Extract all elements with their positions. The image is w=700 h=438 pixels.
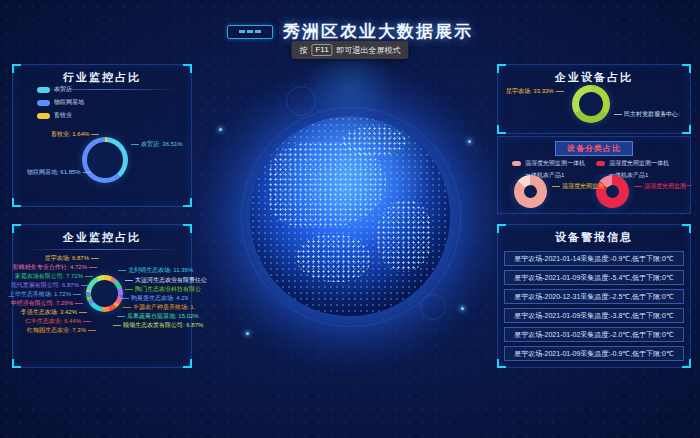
enterprise-callout: 北列锦生态农场: 11.36% (118, 266, 193, 274)
donut-hole (579, 92, 603, 116)
classification-right-donut[interactable] (596, 175, 629, 208)
alarm-row: 星宇农场-2021-01-14采集温度:-0.9℃,低于下限:0℃ (504, 251, 684, 266)
legend-item[interactable]: 农贸店 (37, 85, 84, 94)
legend-swatch (596, 161, 605, 166)
toast-prefix: 按 (299, 45, 307, 56)
enterprise-donut-chart[interactable] (86, 275, 123, 312)
globe (250, 116, 450, 316)
alarm-row: 星宇农场-2021-01-09采集温度:-0.9℃,低于下限:0℃ (504, 346, 684, 361)
panel-alarms-title: 设备警报信息 (498, 230, 690, 245)
equipment-callout: 民主村党群服务中心: (614, 110, 680, 118)
enterprise-callout: 家庭农场有限公司: 7.72% (15, 272, 93, 280)
legend-label: 畜牧业 (54, 111, 72, 120)
industry-legend: 农贸店 物联网基地 畜牧业 (37, 85, 84, 120)
legend-swatch (37, 100, 50, 106)
decor-circle (286, 86, 316, 116)
legend-label: 温湿度光照监测一体机 (525, 159, 585, 168)
f11-key: F11 (311, 44, 332, 56)
alarm-row: 星宇农场-2020-12-31采集温度:-2.5℃,低于下限:0℃ (504, 289, 684, 304)
legend-item[interactable]: 温湿度光照监测一体机 (512, 159, 585, 168)
enterprise-callout: 现代发展有限公司: 6.87% (11, 281, 89, 289)
industry-callout: 畜牧业: 1.64% (51, 130, 99, 138)
toast-suffix: 即可退出全屏模式 (337, 45, 401, 56)
industry-callout: 农贸店: 36.51% (131, 140, 183, 148)
equipment-donut-chart[interactable] (572, 85, 610, 123)
enterprise-callout: 顾颂生态农发有限公司: 6.87% (113, 321, 203, 329)
enterprise-callout: 仁丰生态农业: 6.44% (25, 317, 91, 325)
alarm-row: 星宇农场-2021-01-09采集温度:-5.4℃,低于下限:0℃ (504, 270, 684, 285)
donut-hole (524, 185, 537, 198)
legend-swatch (37, 87, 50, 93)
legend-label: 温湿度光照监测一体机 (609, 159, 669, 168)
alarm-list: 星宇农场-2021-01-14采集温度:-0.9℃,低于下限:0℃ 星宇农场-2… (498, 247, 690, 361)
enterprise-callout: 李强生态农场: 3.42% (21, 308, 87, 316)
legend-item[interactable]: 物联网基地 (37, 98, 84, 107)
panel-classification-title: 设备分类占比 (555, 141, 633, 156)
legend-label: 物联网基地 (54, 98, 84, 107)
donut-hole (91, 280, 118, 307)
enterprise-callout: 瓜果蔬菜自留基地: 15.02% (117, 312, 199, 320)
decor-star (461, 307, 464, 310)
enterprise-callout: 大运河生态农业有限责任公 (125, 276, 207, 284)
enterprise-callout: 彩蝶精鱼专业合作社: 4.72% (13, 263, 97, 271)
page-title: 秀洲区农业大数据展示 (283, 20, 473, 43)
legend-item[interactable]: 温湿度光照监测一体机 (596, 159, 669, 168)
decor-star (468, 140, 471, 143)
fullscreen-toast: 按 F11 即可退出全屏模式 (291, 41, 408, 59)
industry-donut-chart[interactable] (82, 137, 128, 183)
legend-label: 农贸店 (54, 85, 72, 94)
classification-callout: 温湿度光照监测一 (552, 182, 610, 190)
globe-highlight (250, 116, 450, 316)
legend-item[interactable]: 畜牧业 (37, 111, 84, 120)
enterprise-callout: 陶门生态农业科技有限公 (125, 285, 201, 293)
legend-swatch (37, 113, 50, 119)
alarm-row: 星宇农场-2021-01-02采集温度:-2.0℃,低于下限:0℃ (504, 327, 684, 342)
divider (23, 249, 181, 250)
industry-callout: 物联网基地: 61.85% (27, 168, 91, 176)
decor-star (246, 332, 249, 335)
panel-enterprise-title: 企业监控占比 (13, 230, 191, 245)
panel-industry-title: 行业监控占比 (13, 70, 191, 85)
header: 秀洲区农业大数据展示 (0, 20, 700, 43)
enterprise-callout: 鸭菜蛋生态农场: 4.29 (121, 294, 188, 302)
enterprise-callout: 丰源农产种质养殖场: 1. (123, 303, 195, 311)
donut-hole (87, 142, 123, 178)
enterprise-callout: 星宇农场: 6.87% (45, 254, 99, 262)
legend-swatch (512, 161, 521, 166)
panel-equipment: 企业设备占比 星宇农场: 33.33% 民主村党群服务中心: (497, 64, 691, 134)
enterprise-callout: 上华生态养殖场: 1.72% (9, 290, 81, 298)
decor-star (219, 128, 222, 131)
logo-badge (227, 25, 273, 39)
dashboard: 秀洲区农业大数据展示 按 F11 即可退出全屏模式 行业监控占比 农贸店 物联网… (0, 0, 700, 438)
panel-equipment-title: 企业设备占比 (498, 70, 690, 85)
panel-enterprise: 企业监控占比 星宇农场: 6.87% 彩蝶精鱼专业合作社: 4.72% 家庭农场… (12, 224, 192, 368)
decor-circle (420, 294, 446, 320)
panel-classification: 设备分类占比 温湿度光照监测一体机 一体机农产品1 温湿度光照监测一体机 一体机… (497, 136, 691, 214)
enterprise-callout: 红梅园生态农业: 7.3% (27, 326, 96, 334)
enterprise-callout: 中经济有限公司: 7.29% (11, 299, 83, 307)
panel-industry: 行业监控占比 农贸店 物联网基地 畜牧业 畜牧业: 1.64% 农贸店: 36.… (12, 64, 192, 207)
classification-left-donut[interactable] (514, 175, 547, 208)
alarm-row: 星宇农场-2021-01-09采集温度:-3.8℃,低于下限:0℃ (504, 308, 684, 323)
panel-alarms: 设备警报信息 星宇农场-2021-01-14采集温度:-0.9℃,低于下限:0℃… (497, 224, 691, 368)
equipment-callout: 星宇农场: 33.33% (506, 87, 564, 95)
classification-callout: 温湿度光照监测一 (634, 182, 692, 190)
